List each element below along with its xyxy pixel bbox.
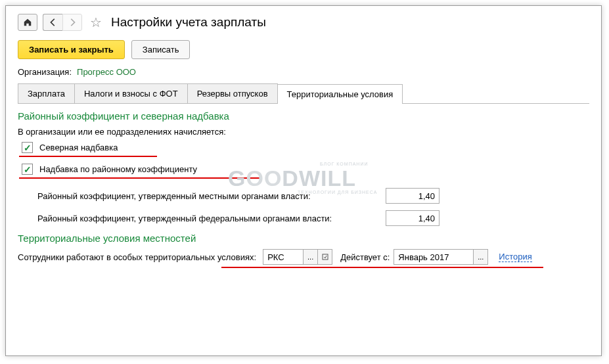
checkbox-north-bonus[interactable]: ✓ xyxy=(22,142,33,153)
coef-federal-label: Районный коэффициент, утвержденный федер… xyxy=(37,214,386,223)
nav-back-button[interactable] xyxy=(43,14,62,31)
header-row: ☆ Настройки учета зарплаты xyxy=(18,14,589,31)
territory-combo: ... xyxy=(263,249,332,265)
arrow-left-icon xyxy=(49,18,58,27)
coef-federal-input[interactable] xyxy=(386,210,440,226)
organization-row: Организация: Прогресс ООО xyxy=(18,67,589,77)
settings-window: ☆ Настройки учета зарплаты Записать и за… xyxy=(5,5,602,356)
checkbox-row-regional: ✓ Надбавка по районному коэффициенту xyxy=(22,164,589,175)
open-icon xyxy=(322,254,328,260)
section-territorial-conditions: Территориальные условия местностей Сотру… xyxy=(18,233,589,268)
section-title-1: Районный коэффициент и северная надбавка xyxy=(18,110,589,122)
highlight-underline-1 xyxy=(19,156,157,157)
tab-salary[interactable]: Зарплата xyxy=(18,83,75,103)
section-regional-coefficient: Районный коэффициент и северная надбавка… xyxy=(18,110,589,226)
tab-territorial[interactable]: Территориальные условия xyxy=(277,84,403,104)
save-button[interactable]: Записать xyxy=(131,40,191,59)
history-link[interactable]: История xyxy=(499,252,531,262)
coefficient-federal-row: Районный коэффициент, утвержденный федер… xyxy=(37,210,589,226)
favorite-star-icon[interactable]: ☆ xyxy=(90,14,102,30)
checkbox-north-label: Северная надбавка xyxy=(39,143,118,152)
home-icon xyxy=(23,18,32,27)
territory-select-button[interactable]: ... xyxy=(303,250,317,264)
home-button[interactable] xyxy=(18,14,37,31)
svg-rect-0 xyxy=(323,254,328,260)
tab-taxes[interactable]: Налоги и взносы с ФОТ xyxy=(74,83,188,103)
page-title: Настройки учета зарплаты xyxy=(111,15,266,30)
highlight-underline-3 xyxy=(221,267,543,268)
tab-reserves[interactable]: Резервы отпусков xyxy=(187,83,278,103)
tabs: Зарплата Налоги и взносы с ФОТ Резервы о… xyxy=(18,83,589,104)
organization-value[interactable]: Прогресс ООО xyxy=(77,67,136,77)
organization-label: Организация: xyxy=(18,67,72,77)
effective-date-input[interactable] xyxy=(394,250,473,264)
action-row: Записать и закрыть Записать xyxy=(18,40,589,59)
territorial-row: Сотрудники работают в особых территориал… xyxy=(18,249,589,265)
effective-date-combo: ... xyxy=(394,249,488,265)
territory-input[interactable] xyxy=(263,250,303,264)
section-title-2: Территориальные условия местностей xyxy=(18,233,589,244)
territorial-label: Сотрудники работают в особых территориал… xyxy=(18,252,256,262)
checkbox-regional-label: Надбавка по районному коэффициенту xyxy=(39,164,197,174)
save-and-close-button[interactable]: Записать и закрыть xyxy=(18,40,125,59)
nav-forward-button[interactable] xyxy=(62,14,82,31)
coef-local-input[interactable] xyxy=(386,188,440,204)
effective-date-select-button[interactable]: ... xyxy=(473,250,487,264)
checkbox-row-north: ✓ Северная надбавка xyxy=(22,142,589,153)
effective-from-label: Действует с: xyxy=(340,252,390,262)
highlight-underline-2 xyxy=(19,177,262,179)
territory-open-button[interactable] xyxy=(317,250,332,264)
coef-local-label: Районный коэффициент, утвержденный местн… xyxy=(37,191,386,201)
arrow-right-icon xyxy=(68,18,77,27)
checkbox-regional-coef[interactable]: ✓ xyxy=(22,164,33,175)
section1-sublabel: В организации или ее подразделениях начи… xyxy=(18,127,589,137)
coefficient-local-row: Районный коэффициент, утвержденный местн… xyxy=(37,188,589,204)
